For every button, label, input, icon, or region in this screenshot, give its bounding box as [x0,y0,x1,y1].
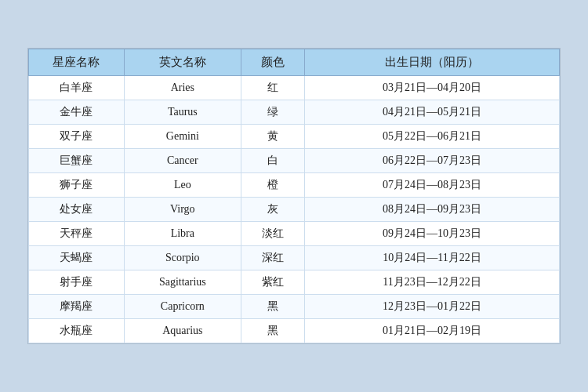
zodiac-table-container: 星座名称 英文名称 颜色 出生日期（阳历） 白羊座Aries红03月21日—04… [27,48,561,344]
cell-chinese: 水瓶座 [29,319,125,343]
table-body: 白羊座Aries红03月21日—04月20日金牛座Taurus绿04月21日—0… [29,76,560,343]
cell-color: 黄 [241,125,304,149]
cell-chinese: 天蝎座 [29,246,125,270]
header-color: 颜色 [241,49,304,76]
table-row: 狮子座Leo橙07月24日—08月23日 [29,173,560,198]
cell-color: 白 [241,149,304,173]
cell-date: 07月24日—08月23日 [305,173,560,198]
cell-english: Cancer [124,149,241,173]
table-row: 巨蟹座Cancer白06月22日—07月23日 [29,149,560,173]
cell-date: 06月22日—07月23日 [305,149,560,173]
header-english: 英文名称 [124,49,241,76]
header-date: 出生日期（阳历） [305,49,560,76]
cell-chinese: 射手座 [29,270,125,295]
table-row: 金牛座Taurus绿04月21日—05月21日 [29,100,560,125]
cell-chinese: 摩羯座 [29,295,125,319]
cell-chinese: 狮子座 [29,173,125,198]
cell-english: Scorpio [124,246,241,270]
cell-date: 03月21日—04月20日 [305,76,560,100]
table-row: 水瓶座Aquarius黑01月21日—02月19日 [29,319,560,343]
table-row: 射手座Sagittarius紫红11月23日—12月22日 [29,270,560,295]
cell-color: 深红 [241,246,304,270]
table-row: 处女座Virgo灰08月24日—09月23日 [29,198,560,222]
cell-english: Taurus [124,100,241,125]
cell-color: 灰 [241,198,304,222]
table-row: 天秤座Libra淡红09月24日—10月23日 [29,222,560,246]
cell-chinese: 天秤座 [29,222,125,246]
cell-date: 12月23日—01月22日 [305,295,560,319]
cell-english: Sagittarius [124,270,241,295]
table-row: 双子座Gemini黄05月22日—06月21日 [29,125,560,149]
cell-english: Gemini [124,125,241,149]
cell-english: Capricorn [124,295,241,319]
cell-color: 绿 [241,100,304,125]
cell-date: 01月21日—02月19日 [305,319,560,343]
cell-english: Aquarius [124,319,241,343]
cell-english: Leo [124,173,241,198]
cell-chinese: 巨蟹座 [29,149,125,173]
table-row: 白羊座Aries红03月21日—04月20日 [29,76,560,100]
cell-english: Aries [124,76,241,100]
cell-color: 红 [241,76,304,100]
header-chinese: 星座名称 [29,49,125,76]
cell-date: 09月24日—10月23日 [305,222,560,246]
cell-chinese: 白羊座 [29,76,125,100]
cell-color: 橙 [241,173,304,198]
table-header-row: 星座名称 英文名称 颜色 出生日期（阳历） [29,49,560,76]
table-row: 摩羯座Capricorn黑12月23日—01月22日 [29,295,560,319]
table-row: 天蝎座Scorpio深红10月24日—11月22日 [29,246,560,270]
cell-date: 10月24日—11月22日 [305,246,560,270]
cell-date: 11月23日—12月22日 [305,270,560,295]
cell-date: 08月24日—09月23日 [305,198,560,222]
cell-chinese: 金牛座 [29,100,125,125]
cell-english: Libra [124,222,241,246]
cell-color: 紫红 [241,270,304,295]
cell-chinese: 双子座 [29,125,125,149]
cell-color: 淡红 [241,222,304,246]
zodiac-table: 星座名称 英文名称 颜色 出生日期（阳历） 白羊座Aries红03月21日—04… [28,49,560,343]
cell-color: 黑 [241,295,304,319]
cell-chinese: 处女座 [29,198,125,222]
cell-date: 04月21日—05月21日 [305,100,560,125]
cell-color: 黑 [241,319,304,343]
cell-date: 05月22日—06月21日 [305,125,560,149]
cell-english: Virgo [124,198,241,222]
